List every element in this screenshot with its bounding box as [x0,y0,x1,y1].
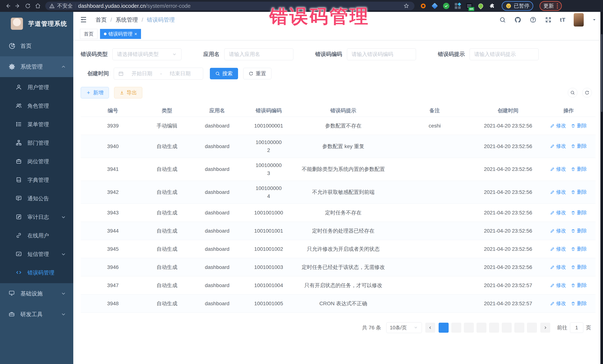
delete-link[interactable]: 删除 [571,227,587,235]
sidebar-submenu-item[interactable]: 用户管理 [0,78,73,97]
next-page-button[interactable] [540,323,550,333]
back-icon[interactable] [4,2,12,10]
extension-green-check-icon[interactable] [443,2,450,10]
sidebar-submenu-item[interactable]: 错误码管理 [0,264,73,282]
error-type-select[interactable]: 请选择错误码类型 [112,48,181,60]
window-scrollbar[interactable] [600,12,603,364]
delete-link[interactable]: 删除 [571,142,587,150]
sidebar-submenu-item[interactable]: 审计日志 [0,208,73,226]
delete-link[interactable]: 删除 [571,165,587,173]
tag-home[interactable]: 首页 [80,29,97,39]
delete-link[interactable]: 删除 [571,188,587,196]
table-row[interactable]: 3941 自动生成 dashboard 100100000 3 不能删除类型为系… [81,158,596,181]
user-avatar[interactable] [574,13,584,26]
extension-pin-icon[interactable] [477,2,484,10]
add-button[interactable]: 新增 [81,87,109,99]
scrollbar-thumb[interactable] [601,34,603,112]
delete-link[interactable]: 删除 [571,300,587,308]
delete-link[interactable]: 删除 [571,282,587,289]
error-code-input[interactable]: 请输入错误码编码 [347,48,416,60]
table-row[interactable]: 3944 自动生成 dashboard 1001001001 定时任务的处理器已… [81,222,596,240]
delete-link[interactable]: 删除 [571,245,587,253]
sidebar-toggle-icon[interactable] [80,16,88,24]
table-row[interactable]: 3942 自动生成 dashboard 100100000 4 不允许获取敏感配… [81,181,596,204]
extension-orange-ring-icon[interactable] [420,2,427,10]
tag-close-icon[interactable]: × [134,32,137,36]
reload-icon[interactable] [24,2,32,10]
sidebar-item[interactable]: 研发工具 [0,304,73,325]
table-row[interactable]: 3940 自动生成 dashboard 100100000 2 参数配置 key… [81,135,596,158]
sidebar-submenu-item[interactable]: 通知公告 [0,189,73,208]
edit-link[interactable]: 修改 [550,142,566,150]
show-search-button[interactable] [568,88,577,98]
sidebar-submenu-item[interactable]: 部门管理 [0,134,73,152]
table-row[interactable]: 3945 自动生成 dashboard 1001001002 只允许修改为开启或… [81,240,596,258]
breadcrumb-home[interactable]: 首页 [95,16,107,24]
profile-paused-badge[interactable]: 已暂停 [502,1,533,11]
page-number-button[interactable] [476,323,487,333]
sidebar-submenu-item[interactable]: 短信管理 [0,245,73,264]
sidebar-submenu-item[interactable]: 角色管理 [0,97,73,115]
table-row[interactable]: 3946 自动生成 dashboard 1001001003 定时任务已经处于该… [81,258,596,276]
delete-link[interactable]: 删除 [571,263,587,271]
help-icon[interactable] [530,16,537,23]
page-number-button[interactable] [451,323,461,333]
edit-link[interactable]: 修改 [550,282,566,289]
forward-icon[interactable] [14,2,22,10]
browser-update-button[interactable]: 更新 [540,1,562,11]
home-icon[interactable] [34,2,42,10]
delete-link[interactable]: 删除 [571,209,587,217]
sidebar-submenu-item[interactable]: 岗位管理 [0,152,73,171]
page-number-button[interactable] [439,323,449,333]
pencil-icon [550,301,555,306]
edit-link[interactable]: 修改 [550,300,566,308]
delete-link[interactable]: 删除 [571,122,587,130]
edit-link[interactable]: 修改 [550,188,566,196]
refresh-table-button[interactable] [582,88,592,98]
edit-link[interactable]: 修改 [550,245,566,253]
font-size-icon[interactable]: tT [560,17,566,23]
fullscreen-icon[interactable] [545,16,552,23]
edit-link[interactable]: 修改 [550,263,566,271]
page-number-button[interactable] [527,323,537,333]
table-row[interactable]: 3947 自动生成 dashboard 1001001004 只有开启状态的任务… [81,276,596,295]
table-row[interactable]: 3943 自动生成 dashboard 1001001000 定时任务不存在 2… [81,204,596,222]
extension-grid-icon[interactable] [454,2,461,10]
bookmark-star-icon[interactable] [402,2,410,10]
export-button[interactable]: 导出 [114,87,142,99]
caret-down-icon[interactable] [592,17,597,22]
sidebar-group-system[interactable]: 系统管理 [0,56,73,77]
sidebar-item-home[interactable]: 首页 [0,36,73,56]
page-size-select[interactable]: 10条/页 [386,322,422,333]
table-row[interactable]: 3948 自动生成 dashboard 1001001005 CRON 表达式不… [81,295,596,313]
sidebar-item[interactable]: 基础设施 [0,283,73,304]
extensions-puzzle-icon[interactable] [489,2,496,10]
table-row[interactable]: 3939 手动编辑 dashboard 1001000001 参数配置不存在 c… [81,117,596,135]
prev-page-button[interactable] [425,323,435,333]
search-button[interactable]: 搜索 [210,68,238,79]
sidebar-submenu-item[interactable]: 字典管理 [0,171,73,189]
reset-button[interactable]: 重置 [243,68,271,79]
page-number-button[interactable] [489,323,499,333]
header-search-icon[interactable] [499,16,506,23]
tag-error-code[interactable]: 错误码管理 × [100,29,141,39]
edit-link[interactable]: 修改 [550,165,566,173]
extension-list-icon[interactable]: on [466,2,473,10]
create-time-range-picker[interactable]: 开始日期 - 结束日期 [114,68,203,79]
page-number-button[interactable] [502,323,512,333]
app-logo[interactable]: 芋道管理系统 [0,12,73,36]
error-hint-input[interactable]: 请输入错误码提示 [470,48,539,60]
extension-gem-icon[interactable] [431,2,438,10]
edit-link[interactable]: 修改 [550,122,566,130]
page-number-button[interactable] [464,323,474,333]
browser-menu-icon[interactable] [557,3,558,9]
github-icon[interactable] [514,16,521,23]
edit-link[interactable]: 修改 [550,209,566,217]
sidebar-submenu-item[interactable]: 菜单管理 [0,115,73,134]
goto-page-input[interactable] [570,322,583,333]
sidebar-submenu-item[interactable]: 在线用户 [0,226,73,245]
more-pages-button[interactable] [514,323,524,333]
breadcrumb-system[interactable]: 系统管理 [116,16,138,24]
app-name-input[interactable]: 请输入应用名 [224,48,293,60]
edit-link[interactable]: 修改 [550,227,566,235]
